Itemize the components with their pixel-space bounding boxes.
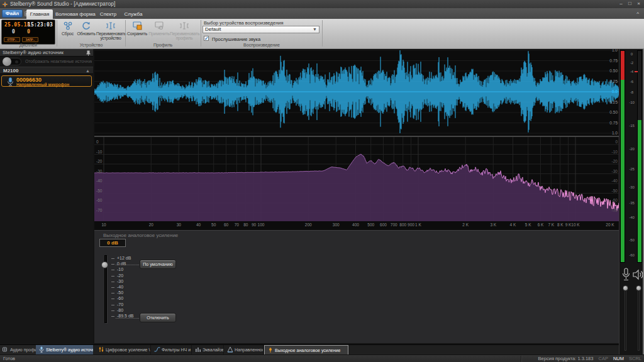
- spectrum-y-label: -30: [612, 169, 618, 173]
- app-logo-icon: [2, 1, 8, 8]
- tab-digital-gain[interactable]: Цифровое усиление \ АРУ: [96, 345, 151, 355]
- spectrum-x-label: 9 K: [565, 222, 572, 227]
- rename-device-button[interactable]: Переименовать устройство: [96, 20, 125, 45]
- refresh-icon: [81, 21, 91, 31]
- pin-icon[interactable]: [86, 50, 91, 56]
- rename-device-label: Переименовать устройство: [96, 31, 126, 40]
- window-title: Stelberry® Sound Studio - [Администратор…: [10, 1, 115, 7]
- checkbox-checkmark-icon[interactable]: ✓: [204, 36, 209, 41]
- spectrum-plot: [94, 137, 619, 221]
- app-window: Stelberry® Sound Studio - [Администратор…: [0, 0, 644, 362]
- tab-equalizer[interactable]: Эквалайзер: [192, 345, 224, 355]
- tab-audio-profile[interactable]: Аудио профиль: [0, 345, 36, 355]
- chevron-up-icon[interactable]: ▲: [86, 67, 90, 75]
- spectrum-y-label: 0: [96, 140, 99, 144]
- meter-scale-label: -60: [626, 253, 638, 257]
- minimize-button[interactable]: –: [617, 0, 625, 7]
- audio-profile-icon: [3, 346, 9, 353]
- sidebar-tab-strip: Аудио профиль Stelberry® аудио источник: [0, 344, 93, 354]
- status-bar: Готов Версия продукта: 1.3.183 CAP NUM S…: [0, 354, 644, 362]
- microphone-icon[interactable]: [621, 268, 631, 282]
- tab-home[interactable]: Главная: [26, 9, 53, 19]
- tab-spectrum[interactable]: Спектр: [97, 9, 119, 19]
- toggle-off-dot: [15, 60, 18, 63]
- off-connector-line: [116, 318, 139, 319]
- spectrum-y-label: -60: [612, 198, 618, 202]
- sidebar-header-label: Stelberry® аудио источник: [3, 50, 64, 55]
- spectrum-x-label: 400: [352, 222, 359, 227]
- tab-directivity[interactable]: Направленность: [225, 345, 264, 355]
- spectrum-x-label: 10 K: [571, 222, 579, 227]
- meter-scale-label: -10: [626, 101, 638, 104]
- group-label-display: Дисплей: [0, 43, 57, 47]
- speaker-icon[interactable]: [633, 268, 643, 282]
- meter-scale-label: -20: [626, 147, 638, 151]
- rename-profile-icon: [179, 21, 189, 31]
- toggle-knob[interactable]: [3, 57, 11, 66]
- waveform-axis-label: 0.50: [599, 110, 618, 114]
- restore-button[interactable]: □: [626, 0, 634, 7]
- equalizer-icon: [195, 346, 201, 353]
- gain-scale-tick: [111, 276, 114, 277]
- led-display: 25.05.18 15:23:03 0 0 ОТПР. ЗАПР.: [1, 19, 55, 45]
- gain-slider-thumb[interactable]: [101, 261, 108, 268]
- spectrum-y-label: -20: [612, 159, 618, 163]
- spectrum-x-label: 200: [305, 222, 312, 227]
- meter-red-zone: [621, 51, 625, 80]
- mic-volume-thumb[interactable]: [623, 285, 628, 291]
- meter-scale-label: -35: [626, 201, 638, 205]
- gain-scale-tick: [111, 258, 114, 259]
- reset-button[interactable]: Сброс: [59, 20, 76, 45]
- spectrum-x-label: 80: [243, 222, 248, 227]
- device-list-item-selected[interactable]: 00096630 Направленный микрофон: [1, 75, 92, 87]
- file-menu-button[interactable]: Файл: [2, 9, 23, 18]
- default-connector-line: [116, 265, 139, 265]
- tab-directivity-label: Направленность: [235, 348, 264, 352]
- device-group-header[interactable]: M2100 ▲: [0, 67, 93, 74]
- tab-service[interactable]: Служба: [122, 9, 145, 19]
- tab-filters-label: Фильтры НЧ и ВЧ: [162, 348, 192, 352]
- gain-scale-label: -20: [117, 273, 123, 278]
- spectrum-x-label: 70: [235, 222, 239, 227]
- tab-filters[interactable]: Фильтры НЧ и ВЧ: [152, 345, 192, 355]
- save-profile-button[interactable]: Сохранить: [127, 20, 147, 45]
- show-inactive-toggle[interactable]: [3, 58, 21, 65]
- playback-device-select[interactable]: Default ▼: [203, 26, 319, 33]
- gain-scale-label: 0 dB: [117, 261, 126, 266]
- spectrum-y-label: 0: [615, 140, 618, 144]
- save-label: Сохранить: [127, 31, 147, 36]
- tab-audio-source[interactable]: Stelberry® аудио источник: [36, 345, 93, 355]
- spectrum-x-label: 20 K: [606, 222, 614, 227]
- spectrum-y-label: -50: [612, 189, 618, 193]
- gain-scale-label: -89.5 dB: [117, 314, 133, 318]
- spectrum-x-label: 1 K: [415, 222, 421, 227]
- meter-scale-label: -15: [626, 124, 638, 128]
- filters-icon: [154, 346, 160, 353]
- ribbon-collapse-icon[interactable]: ^: [636, 11, 639, 16]
- tab-output-gain[interactable]: Выходное аналоговое усиление: [264, 345, 348, 355]
- refresh-button[interactable]: Обновить: [76, 20, 96, 45]
- listen-checkbox-row[interactable]: ✓ Прослушивание звука: [204, 36, 317, 42]
- mic-volume-slider[interactable]: [625, 285, 626, 351]
- spectrum-x-label: 8 K: [557, 222, 564, 227]
- show-inactive-label: Отображать неактивные источники: [25, 59, 92, 63]
- mute-output-button[interactable]: Отключить: [140, 313, 176, 322]
- tab-waveform[interactable]: Волновая форма: [55, 9, 94, 19]
- spectrum-y-label: -10: [96, 150, 102, 154]
- playback-device-label: Выбор устройства воспроизведения: [204, 20, 284, 26]
- speaker-volume-thumb[interactable]: [636, 285, 641, 291]
- group-label-device: Устройство: [58, 43, 125, 47]
- ribbon-tab-bar: Файл Главная Волновая форма Спектр Служб…: [0, 8, 644, 19]
- default-gain-button[interactable]: По умолчанию: [140, 260, 176, 269]
- spectrum-y-label: -40: [612, 178, 618, 183]
- output-gain-panel: Выходное аналоговое усиление 0 dB +12 dB…: [94, 230, 619, 343]
- spectrum-x-label: 100: [258, 222, 265, 227]
- save-icon: [132, 21, 142, 31]
- waveform-panel: 1.00.750.500.250.00.250.500.751.0: [94, 49, 619, 136]
- device-group-label: M2100: [3, 68, 18, 74]
- num-lock-indicator: NUM: [613, 356, 624, 361]
- close-button[interactable]: ×: [635, 0, 643, 7]
- speaker-volume-slider[interactable]: [638, 285, 640, 351]
- gain-scale-tick: [111, 287, 114, 288]
- meter-scale-label: -8: [626, 90, 638, 94]
